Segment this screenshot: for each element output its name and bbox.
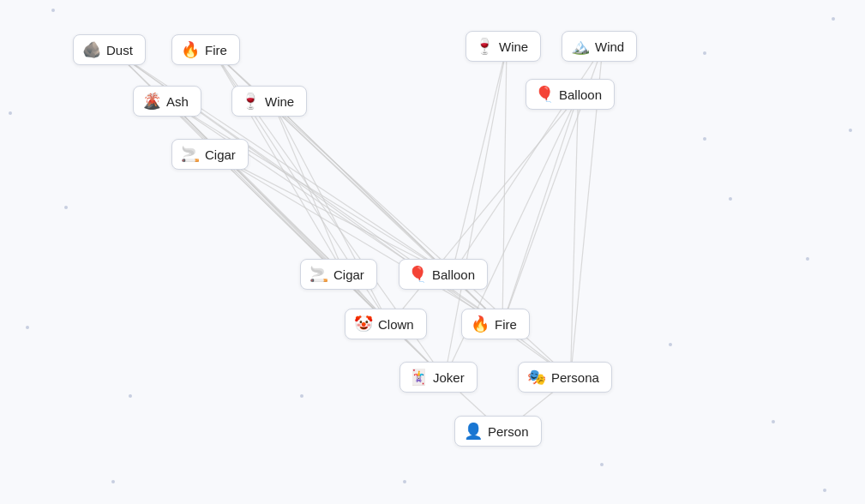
node-dust[interactable]: 🪨Dust xyxy=(73,34,146,65)
edge-wine2-fire2 xyxy=(502,47,507,325)
decorative-dot-7 xyxy=(300,394,303,398)
decorative-dot-3 xyxy=(729,197,732,201)
ash-label: Ash xyxy=(166,94,189,109)
decorative-dot-14 xyxy=(703,137,706,141)
edge-ash-fire2 xyxy=(171,102,503,325)
clown-label: Clown xyxy=(378,317,414,332)
decorative-dot-5 xyxy=(64,206,68,209)
decorative-dot-0 xyxy=(51,9,55,12)
decorative-dot-4 xyxy=(806,257,809,261)
decorative-dot-10 xyxy=(26,326,29,329)
node-fire1[interactable]: 🔥Fire xyxy=(171,34,240,65)
balloon1-emoji: 🎈 xyxy=(535,85,554,104)
node-cigar2[interactable]: 🚬Cigar xyxy=(300,259,377,290)
edge-balloon1-clown xyxy=(390,95,579,325)
fire2-emoji: 🔥 xyxy=(471,315,490,333)
balloon2-emoji: 🎈 xyxy=(408,265,427,284)
decorative-dot-2 xyxy=(703,51,706,55)
ash-emoji: 🌋 xyxy=(142,92,161,111)
fire1-emoji: 🔥 xyxy=(181,40,200,59)
wind-emoji: 🏔️ xyxy=(571,37,590,56)
wine1-label: Wine xyxy=(265,94,294,109)
edge-wine1-cigar2 xyxy=(273,102,345,275)
person-label: Person xyxy=(488,424,529,439)
edge-wine1-balloon2 xyxy=(273,102,452,275)
connection-lines xyxy=(0,0,865,504)
node-wine1[interactable]: 🍷Wine xyxy=(231,86,307,117)
edge-wine2-balloon2 xyxy=(452,47,508,275)
fire2-label: Fire xyxy=(495,317,517,332)
decorative-dot-6 xyxy=(669,343,672,346)
decorative-dot-9 xyxy=(772,420,775,423)
decorative-dot-13 xyxy=(849,129,852,132)
cigar1-label: Cigar xyxy=(205,147,236,162)
edge-cigar1-clown xyxy=(217,155,390,325)
clown-emoji: 🤡 xyxy=(354,315,373,333)
edge-wine1-clown xyxy=(273,102,390,325)
persona-emoji: 🎭 xyxy=(527,368,546,387)
wine1-emoji: 🍷 xyxy=(241,92,260,111)
node-persona[interactable]: 🎭Persona xyxy=(518,362,612,393)
node-fire2[interactable]: 🔥Fire xyxy=(461,309,530,339)
cigar2-emoji: 🚬 xyxy=(309,265,328,284)
edge-balloon1-persona xyxy=(571,95,579,378)
wine2-label: Wine xyxy=(499,39,528,54)
edge-balloon1-fire2 xyxy=(502,95,579,325)
decorative-dot-1 xyxy=(832,17,835,21)
wine2-emoji: 🍷 xyxy=(475,37,494,56)
node-clown[interactable]: 🤡Clown xyxy=(345,309,427,339)
edge-ash-clown xyxy=(171,102,390,325)
joker-emoji: 🃏 xyxy=(409,368,428,387)
decorative-dot-8 xyxy=(403,480,406,483)
fire1-label: Fire xyxy=(205,43,227,57)
dust-label: Dust xyxy=(106,43,133,57)
persona-label: Persona xyxy=(551,370,599,385)
node-balloon1[interactable]: 🎈Balloon xyxy=(526,79,615,110)
decorative-dot-15 xyxy=(600,463,604,466)
cigar2-label: Cigar xyxy=(333,267,364,282)
decorative-dot-11 xyxy=(129,394,132,398)
decorative-dot-12 xyxy=(9,111,12,115)
balloon1-label: Balloon xyxy=(559,87,602,102)
joker-label: Joker xyxy=(433,370,465,385)
edge-ash-cigar2 xyxy=(171,102,345,275)
edge-cigar1-balloon2 xyxy=(217,155,452,275)
node-wine2[interactable]: 🍷Wine xyxy=(466,31,541,62)
edge-cigar1-fire2 xyxy=(217,155,503,325)
cigar1-emoji: 🚬 xyxy=(181,145,200,164)
wind-label: Wind xyxy=(595,39,624,54)
balloon2-label: Balloon xyxy=(432,267,475,282)
node-wind[interactable]: 🏔️Wind xyxy=(562,31,637,62)
node-balloon2[interactable]: 🎈Balloon xyxy=(399,259,488,290)
node-person[interactable]: 👤Person xyxy=(454,416,542,447)
decorative-dot-16 xyxy=(111,480,115,483)
edge-wine1-fire2 xyxy=(273,102,502,325)
edge-dust-balloon2 xyxy=(114,51,452,275)
edge-ash-balloon2 xyxy=(171,102,452,275)
decorative-dot-17 xyxy=(823,489,826,492)
person-emoji: 👤 xyxy=(464,422,483,441)
node-joker[interactable]: 🃏Joker xyxy=(399,362,478,393)
dust-emoji: 🪨 xyxy=(82,40,101,59)
node-ash[interactable]: 🌋Ash xyxy=(133,86,201,117)
node-cigar1[interactable]: 🚬Cigar xyxy=(171,139,249,170)
